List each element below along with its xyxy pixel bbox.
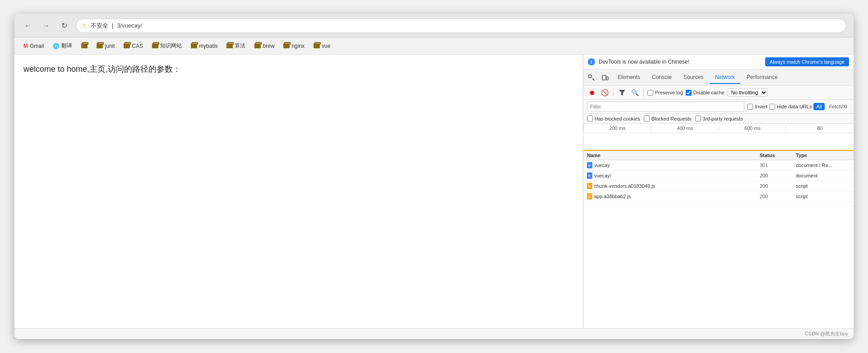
title-bar: ← → ↻ ⚠ 不安全 | 3/vuecay/ bbox=[14, 14, 854, 37]
filter-options: Invert Hide data URLs All Fetch/Xl bbox=[747, 103, 850, 110]
file-icon-blue: ≡ bbox=[587, 172, 592, 179]
invert-label[interactable]: Invert bbox=[747, 104, 767, 110]
header-name: Name bbox=[587, 153, 760, 158]
bookmark-junit[interactable]: junit bbox=[93, 41, 118, 51]
svg-rect-2 bbox=[602, 75, 606, 80]
row-name: app.a38bbab2.js bbox=[594, 194, 631, 199]
hide-data-urls-checkbox[interactable] bbox=[769, 104, 775, 110]
gmail-icon: M bbox=[23, 43, 28, 49]
table-row[interactable]: ≡ vuecay/ 200 document bbox=[583, 171, 854, 181]
header-status: Status bbox=[760, 153, 796, 158]
tab-sources[interactable]: Sources bbox=[678, 71, 709, 84]
page-content: welcome to home,主页,访问的路径的参数： bbox=[14, 55, 583, 328]
timeline-label-600ms: 600 ms bbox=[719, 125, 786, 131]
devtools-notification: i DevTools is now available in Chinese! … bbox=[583, 55, 854, 70]
tab-console[interactable]: Console bbox=[646, 71, 677, 84]
row-status: 200 bbox=[760, 194, 796, 199]
filter-input[interactable] bbox=[587, 102, 744, 111]
watermark-text: CSDN @凯先生boy bbox=[805, 331, 848, 336]
has-blocked-cookies-checkbox[interactable] bbox=[587, 116, 593, 121]
bookmark-algorithm[interactable]: 算法 bbox=[223, 40, 249, 51]
bookmark-knowledge[interactable]: 知识网站 bbox=[148, 40, 185, 51]
address-bar[interactable]: ⚠ 不安全 | 3/vuecay/ bbox=[76, 19, 846, 33]
row-name: chunk-vendors.a0183049.js bbox=[594, 183, 655, 189]
info-icon: i bbox=[588, 58, 595, 65]
bookmark-cas[interactable]: CAS bbox=[120, 41, 147, 51]
disable-cache-checkbox[interactable] bbox=[686, 90, 692, 96]
security-warning-icon: ⚠ bbox=[82, 22, 87, 29]
bookmark-vue-label: vue bbox=[322, 43, 330, 49]
hide-data-urls-label[interactable]: Hide data URLs bbox=[769, 104, 812, 110]
devtools-blocked-row: Has blocked cookies Blocked Requests 3rd… bbox=[583, 114, 854, 124]
main-area: welcome to home,主页,访问的路径的参数： i DevTools … bbox=[14, 55, 854, 328]
bookmark-nginx-label: nginx bbox=[291, 43, 305, 49]
watermark: CSDN @凯先生boy bbox=[14, 328, 854, 339]
bookmark-mybatis[interactable]: mybatis bbox=[187, 41, 221, 51]
clear-button[interactable]: 🚫 bbox=[600, 88, 609, 98]
reload-button[interactable]: ↻ bbox=[58, 19, 70, 32]
folder-icon bbox=[254, 43, 261, 48]
device-toggle-button[interactable] bbox=[599, 71, 611, 84]
inspect-element-button[interactable] bbox=[585, 71, 598, 84]
filter-tab-all[interactable]: All bbox=[813, 103, 824, 110]
bookmark-translate-label: 翻译 bbox=[61, 42, 72, 50]
table-row[interactable]: ≡ vuecay 301 document / Re... bbox=[583, 160, 854, 171]
devtools-tabs: Elements Console Sources Network Perform… bbox=[583, 70, 854, 86]
record-button[interactable]: ⏺ bbox=[587, 88, 597, 98]
always-match-button[interactable]: Always match Chrome's language bbox=[765, 57, 849, 66]
bookmark-brew[interactable]: brew bbox=[251, 41, 278, 51]
bookmark-unnamed[interactable] bbox=[78, 42, 91, 50]
filter-button[interactable] bbox=[617, 88, 627, 98]
throttling-select[interactable]: No throttling bbox=[727, 88, 768, 97]
devtools-filter-row: Invert Hide data URLs All Fetch/Xl bbox=[583, 100, 854, 114]
folder-icon bbox=[97, 43, 103, 48]
devtools-timeline: 200 ms 400 ms 600 ms 80 bbox=[583, 124, 854, 151]
preserve-log-label[interactable]: Preserve log bbox=[647, 90, 683, 96]
row-status: 200 bbox=[760, 173, 796, 178]
row-name: vuecay bbox=[594, 163, 610, 168]
disable-cache-label[interactable]: Disable cache bbox=[686, 90, 725, 96]
table-row[interactable]: ≡ app.a38bbab2.js 200 script bbox=[583, 191, 854, 202]
tab-network[interactable]: Network bbox=[710, 71, 740, 84]
bookmarks-bar: M Gmail 🌐 翻译 junit CAS 知识网站 mybatis 算法 bbox=[14, 37, 854, 55]
preserve-log-checkbox[interactable] bbox=[647, 90, 653, 96]
bookmark-junit-label: junit bbox=[105, 43, 115, 49]
third-party-requests-label[interactable]: 3rd-party requests bbox=[695, 116, 743, 121]
file-icon-orange: ≡ bbox=[587, 193, 592, 200]
back-button[interactable]: ← bbox=[22, 19, 34, 32]
file-name-cell: ≡ chunk-vendors.a0183049.js bbox=[587, 183, 760, 189]
blocked-requests-label[interactable]: Blocked Requests bbox=[644, 116, 692, 121]
url-text: 3/vuecay/ bbox=[117, 22, 142, 29]
bookmark-gmail[interactable]: M Gmail bbox=[20, 41, 47, 51]
tab-elements[interactable]: Elements bbox=[612, 71, 646, 84]
devtools-toolbar: ⏺ 🚫 🔍 Preserve log Disable cache No th bbox=[583, 86, 854, 100]
timeline-label-400ms: 400 ms bbox=[651, 125, 719, 131]
network-table-header: Name Status Type bbox=[583, 151, 854, 160]
has-blocked-cookies-label[interactable]: Has blocked cookies bbox=[587, 116, 640, 121]
blocked-requests-checkbox[interactable] bbox=[644, 116, 650, 121]
bookmark-translate[interactable]: 🌐 翻译 bbox=[49, 40, 76, 51]
tab-performance[interactable]: Performance bbox=[741, 71, 783, 84]
bookmark-cas-label: CAS bbox=[132, 43, 143, 49]
forward-button[interactable]: → bbox=[40, 19, 52, 32]
bookmark-brew-label: brew bbox=[263, 43, 274, 49]
row-status: 200 bbox=[760, 183, 796, 189]
row-type: script bbox=[796, 183, 850, 189]
row-status: 301 bbox=[760, 163, 796, 168]
folder-icon bbox=[314, 43, 320, 48]
folder-icon bbox=[226, 43, 233, 48]
search-button[interactable]: 🔍 bbox=[630, 88, 640, 98]
file-icon-orange: ≡ bbox=[587, 183, 592, 189]
bookmark-vue[interactable]: vue bbox=[310, 41, 334, 51]
row-name: vuecay/ bbox=[594, 173, 611, 178]
folder-icon bbox=[124, 43, 130, 48]
third-party-requests-checkbox[interactable] bbox=[695, 116, 701, 121]
invert-checkbox[interactable] bbox=[747, 104, 753, 110]
file-icon-blue: ≡ bbox=[587, 162, 592, 168]
timeline-label-200ms: 200 ms bbox=[583, 125, 651, 131]
table-row[interactable]: ≡ chunk-vendors.a0183049.js 200 script bbox=[583, 181, 854, 191]
bookmark-knowledge-label: 知识网站 bbox=[160, 42, 182, 50]
bookmark-nginx[interactable]: nginx bbox=[280, 41, 308, 51]
filter-tab-fetch-xhr[interactable]: Fetch/Xl bbox=[826, 103, 850, 110]
separator bbox=[613, 88, 614, 97]
